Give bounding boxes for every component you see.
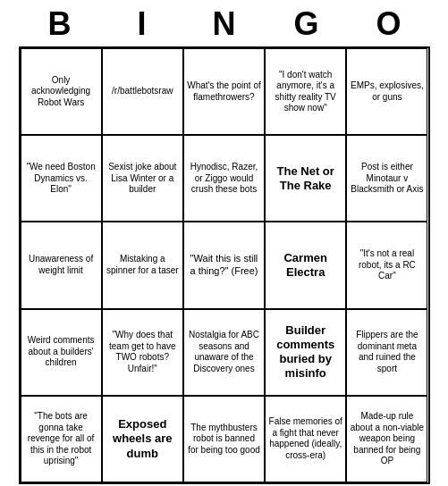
bingo-cell-24[interactable]: Made-up rule about a non-viable weapon b… (346, 396, 427, 482)
bingo-cell-15[interactable]: Weird comments about a builders' childre… (21, 309, 102, 396)
bingo-cell-1[interactable]: /r/battlebotsraw (102, 48, 183, 135)
bingo-cell-13[interactable]: Carmen Electra (265, 222, 346, 308)
bingo-grid: Only acknowledging Robot Wars/r/battlebo… (19, 46, 430, 484)
bingo-cell-18[interactable]: Builder comments buried by misinfo (265, 309, 346, 396)
bingo-cell-6[interactable]: Sexist joke about Lisa Winter or a build… (102, 135, 183, 222)
bingo-cell-5[interactable]: "We need Boston Dynamics vs. Elon" (21, 135, 102, 222)
header-letter-b: B (33, 5, 87, 43)
header-letter-o: O (362, 5, 416, 43)
header-letter-g: G (280, 5, 334, 43)
bingo-cell-8[interactable]: The Net or The Rake (265, 135, 346, 222)
bingo-cell-3[interactable]: "I don't watch anymore, it's a shitty re… (265, 48, 346, 135)
bingo-cell-11[interactable]: Mistaking a spinner for a taser (102, 222, 183, 308)
bingo-cell-21[interactable]: Exposed wheels are dumb (102, 396, 183, 482)
bingo-cell-16[interactable]: "Why does that team get to have TWO robo… (102, 309, 183, 396)
bingo-cell-2[interactable]: What's the point of flamethrowers? (183, 48, 265, 135)
bingo-cell-23[interactable]: False memories of a fight that never hap… (265, 396, 346, 482)
bingo-cell-7[interactable]: Hynodisc, Razer, or Ziggo would crush th… (183, 135, 265, 222)
bingo-cell-20[interactable]: "The bots are gonna take revenge for all… (21, 396, 102, 482)
bingo-cell-14[interactable]: "It's not a real robot, its a RC Car" (346, 222, 427, 308)
bingo-cell-10[interactable]: Unawareness of weight limit (21, 222, 102, 308)
bingo-cell-4[interactable]: EMPs, explosives, or guns (346, 48, 427, 135)
bingo-cell-12[interactable]: "Wait this is still a thing?" (Free) (183, 222, 265, 308)
bingo-cell-17[interactable]: Nostalgia for ABC seasons and unaware of… (183, 309, 265, 396)
bingo-cell-19[interactable]: Flippers are the dominant meta and ruine… (346, 309, 427, 396)
header-letter-n: N (198, 5, 251, 43)
header-letter-i: I (115, 5, 169, 43)
bingo-header: B I N G O (19, 0, 430, 46)
bingo-cell-9[interactable]: Post is either Minotaur v Blacksmith or … (346, 135, 427, 222)
bingo-cell-22[interactable]: The mythbusters robot is banned for bein… (183, 396, 265, 482)
bingo-cell-0[interactable]: Only acknowledging Robot Wars (21, 48, 102, 135)
